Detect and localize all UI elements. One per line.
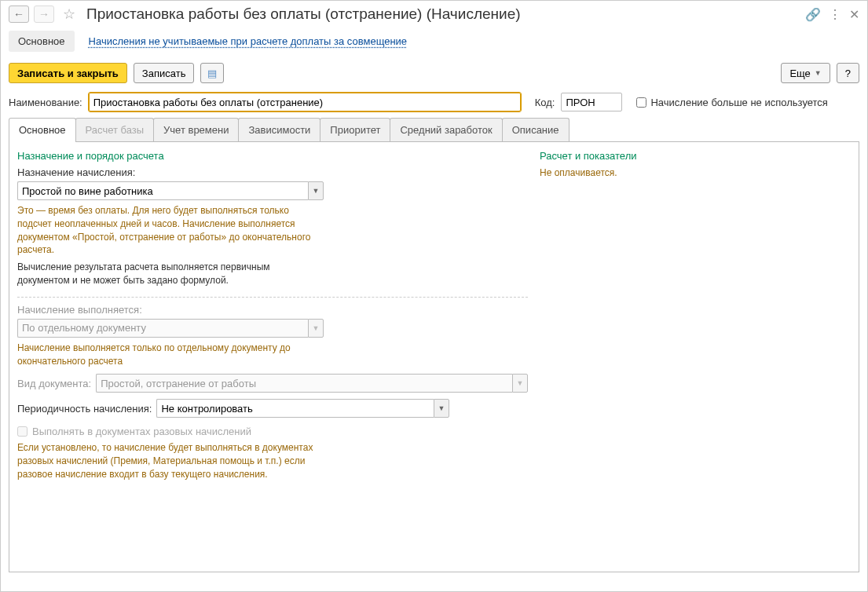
calc-text: Не оплачивается.	[540, 166, 851, 180]
section-assignment-title: Назначение и порядок расчета	[17, 150, 528, 162]
onetime-hint: Если установлено, то начисление будет вы…	[17, 441, 324, 481]
nav-back-button[interactable]: ←	[9, 5, 29, 23]
assignment-select[interactable]	[17, 181, 308, 200]
nav-forward-button[interactable]: →	[34, 5, 54, 23]
code-label: Код:	[535, 97, 555, 108]
name-input[interactable]	[89, 93, 521, 111]
kebab-menu-icon[interactable]: ⋮	[829, 7, 841, 22]
help-button[interactable]: ?	[837, 63, 859, 83]
period-select-dropdown[interactable]: ▼	[434, 399, 449, 418]
doctype-label: Вид документа:	[17, 378, 91, 389]
section-calc-title: Расчет и показатели	[540, 150, 851, 162]
save-and-close-button[interactable]: Записать и закрыть	[9, 63, 127, 83]
tab-deps[interactable]: Зависимости	[238, 118, 320, 141]
chevron-down-icon: ▼	[815, 69, 822, 77]
more-button[interactable]: Еще ▼	[781, 63, 830, 83]
tab-time[interactable]: Учет времени	[153, 118, 239, 141]
save-button[interactable]: Записать	[134, 63, 195, 83]
doctype-select-dropdown: ▼	[512, 374, 528, 393]
execution-select	[17, 319, 308, 338]
onetime-checkbox-label: Выполнять в документах разовых начислени…	[32, 426, 251, 437]
more-button-label: Еще	[789, 68, 810, 79]
execution-select-dropdown: ▼	[308, 319, 324, 338]
subnav-main[interactable]: Основное	[9, 31, 75, 52]
name-label: Наименование:	[9, 97, 82, 108]
document-icon: ▤	[207, 68, 217, 79]
tab-avg[interactable]: Средний заработок	[390, 118, 502, 141]
period-label: Периодичность начисления:	[17, 403, 152, 415]
disabled-checkbox-label: Начисление больше не используется	[650, 97, 827, 108]
link-icon[interactable]: 🔗	[805, 7, 821, 22]
assignment-hint-2: Вычисление результата расчета выполняетс…	[17, 261, 324, 287]
tab-main[interactable]: Основное	[9, 118, 76, 141]
period-select[interactable]	[156, 399, 434, 418]
onetime-checkbox	[17, 426, 27, 437]
subnav-excluded-link[interactable]: Начисления не учитываемые при расчете до…	[79, 31, 417, 52]
execution-label: Начисление выполняется:	[17, 304, 528, 316]
tab-desc[interactable]: Описание	[502, 118, 570, 141]
close-icon[interactable]: ✕	[849, 7, 859, 22]
assignment-select-dropdown[interactable]: ▼	[308, 181, 324, 200]
doctype-select	[96, 374, 512, 393]
assignment-label: Назначение начисления:	[17, 166, 528, 178]
report-icon-button[interactable]: ▤	[200, 63, 224, 83]
disabled-checkbox[interactable]	[636, 97, 646, 108]
favorite-star-icon[interactable]: ☆	[60, 5, 78, 23]
tab-priority[interactable]: Приоритет	[320, 118, 390, 141]
code-input[interactable]	[561, 93, 622, 111]
assignment-hint-1: Это — время без оплаты. Для него будет в…	[17, 204, 324, 257]
divider	[17, 297, 528, 298]
execution-hint: Начисление выполняется только по отдельн…	[17, 342, 324, 368]
window-title: Приостановка работы без оплаты (отстране…	[86, 5, 800, 23]
tab-base[interactable]: Расчет базы	[75, 118, 155, 141]
